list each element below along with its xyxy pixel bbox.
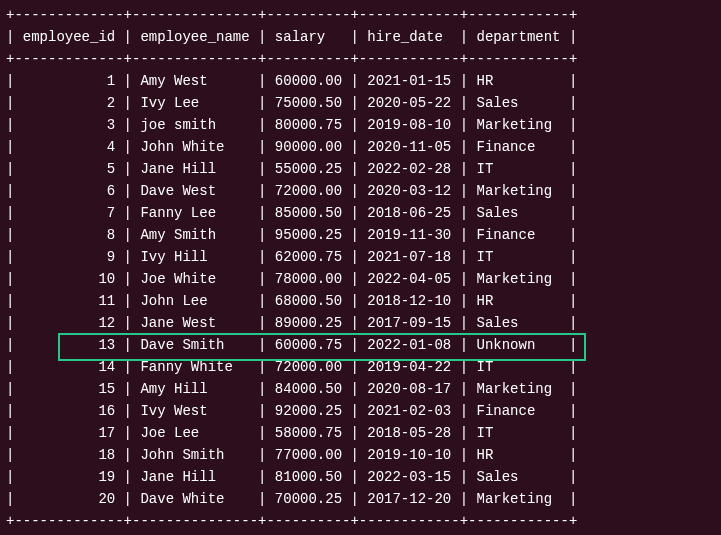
table-row: | 19 | Jane Hill | 81000.50 | 2022-03-15… bbox=[6, 466, 715, 488]
table-row: | 7 | Fanny Lee | 85000.50 | 2018-06-25 … bbox=[6, 202, 715, 224]
separator: +-------------+---------------+---------… bbox=[6, 48, 715, 70]
table-row: | 8 | Amy Smith | 95000.25 | 2019-11-30 … bbox=[6, 224, 715, 246]
table-row: | 13 | Dave Smith | 60000.75 | 2022-01-0… bbox=[6, 334, 715, 356]
table-header: | employee_id | employee_name | salary |… bbox=[6, 26, 715, 48]
table-row: | 17 | Joe Lee | 58000.75 | 2018-05-28 |… bbox=[6, 422, 715, 444]
table-row: | 3 | joe smith | 80000.75 | 2019-08-10 … bbox=[6, 114, 715, 136]
terminal-output: +-------------+---------------+---------… bbox=[0, 0, 721, 535]
table-row: | 6 | Dave West | 72000.00 | 2020-03-12 … bbox=[6, 180, 715, 202]
separator: +-------------+---------------+---------… bbox=[6, 4, 715, 26]
separator: +-------------+---------------+---------… bbox=[6, 510, 715, 532]
table-row: | 5 | Jane Hill | 55000.25 | 2022-02-28 … bbox=[6, 158, 715, 180]
table-row: | 2 | Ivy Lee | 75000.50 | 2020-05-22 | … bbox=[6, 92, 715, 114]
table-row: | 12 | Jane West | 89000.25 | 2017-09-15… bbox=[6, 312, 715, 334]
table-row: | 11 | John Lee | 68000.50 | 2018-12-10 … bbox=[6, 290, 715, 312]
table-row: | 10 | Joe White | 78000.00 | 2022-04-05… bbox=[6, 268, 715, 290]
table-row: | 16 | Ivy West | 92000.25 | 2021-02-03 … bbox=[6, 400, 715, 422]
table-row: | 14 | Fanny White | 72000.00 | 2019-04-… bbox=[6, 356, 715, 378]
table-row: | 15 | Amy Hill | 84000.50 | 2020-08-17 … bbox=[6, 378, 715, 400]
table-row: | 18 | John Smith | 77000.00 | 2019-10-1… bbox=[6, 444, 715, 466]
table-row: | 4 | John White | 90000.00 | 2020-11-05… bbox=[6, 136, 715, 158]
table-row: | 1 | Amy West | 60000.00 | 2021-01-15 |… bbox=[6, 70, 715, 92]
table-row: | 9 | Ivy Hill | 62000.75 | 2021-07-18 |… bbox=[6, 246, 715, 268]
table-row: | 20 | Dave White | 70000.25 | 2017-12-2… bbox=[6, 488, 715, 510]
